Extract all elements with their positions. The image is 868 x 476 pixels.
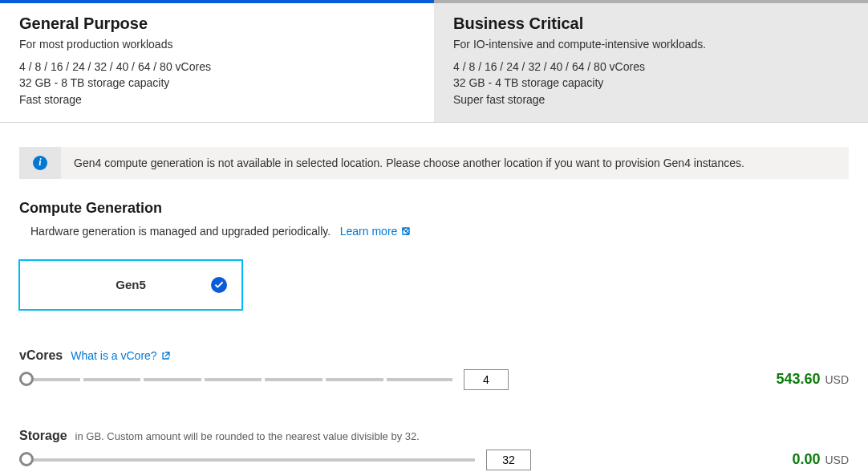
what-is-vcore-text: What is a vCore?	[71, 349, 156, 362]
learn-more-link[interactable]: Learn more	[340, 225, 410, 238]
info-banner: i Gen4 compute generation is not availab…	[19, 147, 849, 179]
vcores-section: vCores What is a vCore? 543.60	[19, 348, 849, 390]
storage-input[interactable]	[486, 450, 531, 470]
storage-section: Storage in GB. Custom amount will be rou…	[19, 429, 849, 470]
tier-spec-line: 32 GB - 8 TB storage capacity	[19, 75, 415, 91]
vcores-slider[interactable]	[19, 372, 452, 388]
slider-track	[19, 378, 452, 381]
info-icon: i	[33, 156, 47, 170]
tier-specs: 4 / 8 / 16 / 24 / 32 / 40 / 64 / 80 vCor…	[19, 59, 415, 108]
what-is-vcore-link[interactable]: What is a vCore?	[71, 349, 169, 362]
learn-more-text: Learn more	[340, 225, 398, 238]
tier-spec-line: 32 GB - 4 TB storage capacity	[453, 75, 849, 91]
slider-thumb[interactable]	[19, 452, 34, 466]
compute-generation-sub-text: Hardware generation is managed and upgra…	[30, 225, 331, 238]
storage-title: Storage	[19, 429, 67, 443]
vcores-title: vCores	[19, 348, 63, 363]
info-icon-wrap: i	[19, 147, 61, 179]
storage-note: in GB. Custom amount will be rounded to …	[75, 430, 420, 442]
slider-thumb[interactable]	[19, 372, 34, 386]
tier-desc: For IO-intensive and compute-intensive w…	[453, 38, 849, 51]
tier-desc: For most production workloads	[19, 38, 415, 51]
slider-track	[19, 458, 475, 462]
check-icon	[211, 277, 227, 293]
tier-title: Business Critical	[453, 14, 849, 33]
vcores-price-value: 543.60	[776, 371, 820, 388]
tier-business-critical[interactable]: Business Critical For IO-intensive and c…	[434, 0, 868, 122]
tier-general-purpose[interactable]: General Purpose For most production work…	[0, 0, 434, 122]
tier-spec-line: 4 / 8 / 16 / 24 / 32 / 40 / 64 / 80 vCor…	[453, 59, 849, 75]
compute-generation-option-label: Gen5	[116, 278, 146, 291]
storage-price: 0.00 USD	[792, 451, 849, 468]
tier-specs: 4 / 8 / 16 / 24 / 32 / 40 / 64 / 80 vCor…	[453, 59, 849, 108]
compute-generation-sub: Hardware generation is managed and upgra…	[30, 225, 849, 238]
tier-spec-line: Fast storage	[19, 92, 415, 108]
storage-slider[interactable]	[19, 452, 475, 468]
storage-price-currency: USD	[825, 454, 849, 466]
tier-selector: General Purpose For most production work…	[0, 0, 868, 122]
divider	[0, 122, 868, 123]
vcores-price: 543.60 USD	[776, 371, 849, 388]
tier-spec-line: 4 / 8 / 16 / 24 / 32 / 40 / 64 / 80 vCor…	[19, 59, 415, 75]
external-link-icon	[402, 227, 410, 237]
compute-generation-option-gen5[interactable]: Gen5	[19, 260, 242, 310]
tier-spec-line: Super fast storage	[453, 92, 849, 108]
vcores-input[interactable]	[464, 369, 509, 390]
compute-generation-title: Compute Generation	[19, 200, 849, 217]
info-banner-text: Gen4 compute generation is not available…	[61, 147, 849, 179]
vcores-price-currency: USD	[825, 373, 849, 386]
tier-title: General Purpose	[19, 14, 415, 33]
external-link-icon	[162, 352, 170, 361]
storage-price-value: 0.00	[792, 451, 820, 468]
